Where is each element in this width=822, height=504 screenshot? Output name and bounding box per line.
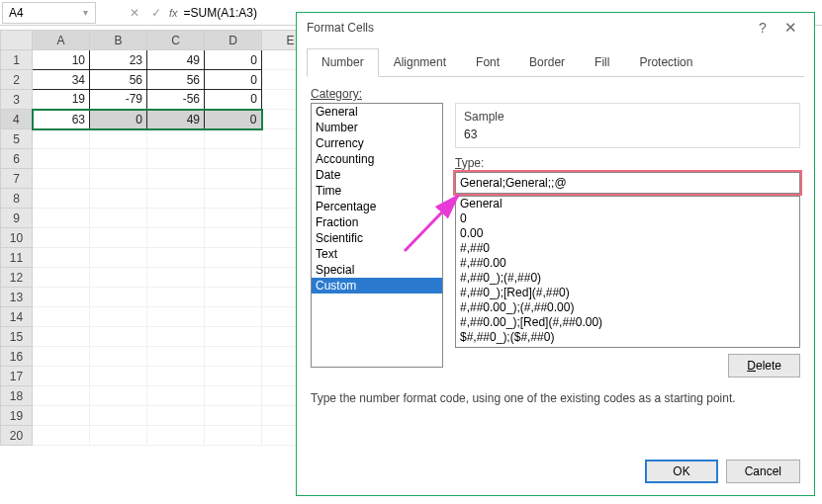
cell[interactable] bbox=[33, 367, 90, 386]
cell[interactable] bbox=[205, 347, 262, 367]
delete-button[interactable]: Delete bbox=[728, 354, 800, 378]
cell[interactable] bbox=[205, 228, 262, 248]
cell[interactable] bbox=[90, 327, 147, 347]
cell[interactable] bbox=[90, 169, 147, 189]
row-header[interactable]: 3 bbox=[1, 90, 33, 110]
cell[interactable] bbox=[147, 149, 205, 169]
format-item[interactable]: #,##0 bbox=[456, 241, 799, 256]
cancel-formula-icon[interactable]: ✕ bbox=[124, 2, 145, 24]
cell[interactable] bbox=[90, 386, 147, 406]
cell[interactable] bbox=[90, 307, 147, 327]
format-item[interactable]: $#,##0_);($#,##0) bbox=[456, 330, 799, 345]
cell[interactable] bbox=[147, 426, 205, 446]
format-code-list[interactable]: General00.00#,##0#,##0.00#,##0_);(#,##0)… bbox=[455, 196, 800, 348]
fx-label[interactable]: fx bbox=[169, 7, 178, 19]
cell[interactable]: 23 bbox=[90, 50, 147, 70]
row-header[interactable]: 1 bbox=[1, 50, 33, 70]
cell[interactable] bbox=[205, 307, 262, 327]
cell[interactable] bbox=[205, 288, 262, 307]
cell[interactable] bbox=[33, 426, 90, 446]
row-header[interactable]: 11 bbox=[1, 248, 33, 268]
select-all-corner[interactable] bbox=[1, 31, 33, 50]
spreadsheet-grid[interactable]: ABCDE1102349023456560319-79-560463049056… bbox=[0, 30, 320, 446]
cell[interactable] bbox=[205, 209, 262, 228]
cell[interactable] bbox=[205, 248, 262, 268]
cell[interactable] bbox=[33, 189, 90, 209]
format-item[interactable]: $#,##0_);[Red]($#,##0) bbox=[456, 345, 799, 348]
cell[interactable] bbox=[90, 406, 147, 426]
cell[interactable]: 63 bbox=[33, 110, 90, 129]
cell[interactable]: 49 bbox=[147, 110, 205, 129]
cell[interactable] bbox=[147, 367, 205, 386]
cell[interactable] bbox=[33, 129, 90, 149]
row-header[interactable]: 5 bbox=[1, 129, 33, 149]
category-item[interactable]: General bbox=[312, 104, 442, 120]
cell[interactable] bbox=[33, 288, 90, 307]
format-item[interactable]: #,##0_);[Red](#,##0) bbox=[456, 286, 799, 300]
cell[interactable] bbox=[147, 406, 205, 426]
cell[interactable]: 56 bbox=[90, 70, 147, 90]
cell[interactable] bbox=[90, 228, 147, 248]
cell[interactable] bbox=[90, 288, 147, 307]
cell[interactable] bbox=[90, 209, 147, 228]
help-icon[interactable]: ? bbox=[749, 20, 776, 36]
row-header[interactable]: 4 bbox=[1, 110, 33, 129]
col-header[interactable]: B bbox=[90, 31, 147, 50]
category-item[interactable]: Time bbox=[312, 183, 442, 199]
cell[interactable] bbox=[147, 307, 205, 327]
cell[interactable]: -56 bbox=[147, 90, 205, 110]
cell[interactable] bbox=[90, 149, 147, 169]
cell[interactable]: 0 bbox=[205, 110, 262, 129]
cell[interactable] bbox=[33, 347, 90, 367]
cell[interactable] bbox=[205, 149, 262, 169]
col-header[interactable]: A bbox=[33, 31, 90, 50]
cell[interactable] bbox=[205, 406, 262, 426]
cell[interactable] bbox=[147, 209, 205, 228]
cell[interactable] bbox=[33, 228, 90, 248]
dialog-titlebar[interactable]: Format Cells ? ✕ bbox=[297, 13, 814, 42]
format-item[interactable]: #,##0.00_);[Red](#,##0.00) bbox=[456, 315, 799, 330]
cell[interactable] bbox=[147, 327, 205, 347]
cell[interactable]: 56 bbox=[147, 70, 205, 90]
cell[interactable] bbox=[205, 327, 262, 347]
cell[interactable] bbox=[147, 129, 205, 149]
category-list[interactable]: GeneralNumberCurrencyAccountingDateTimeP… bbox=[311, 103, 443, 368]
cell[interactable]: 0 bbox=[205, 90, 262, 110]
tab-border[interactable]: Border bbox=[514, 48, 580, 76]
row-header[interactable]: 2 bbox=[1, 70, 33, 90]
row-header[interactable]: 6 bbox=[1, 149, 33, 169]
cell[interactable] bbox=[205, 426, 262, 446]
category-item[interactable]: Text bbox=[312, 246, 442, 262]
cell[interactable]: 49 bbox=[147, 50, 205, 70]
cell[interactable] bbox=[147, 228, 205, 248]
category-item[interactable]: Percentage bbox=[312, 199, 442, 214]
format-item[interactable]: General bbox=[456, 197, 799, 211]
cell[interactable] bbox=[147, 189, 205, 209]
row-header[interactable]: 7 bbox=[1, 169, 33, 189]
col-header[interactable]: C bbox=[147, 31, 205, 50]
row-header[interactable]: 9 bbox=[1, 209, 33, 228]
ok-button[interactable]: OK bbox=[645, 460, 717, 483]
row-header[interactable]: 17 bbox=[1, 367, 33, 386]
tab-protection[interactable]: Protection bbox=[624, 48, 707, 76]
category-item[interactable]: Number bbox=[312, 120, 442, 135]
cell[interactable] bbox=[90, 189, 147, 209]
cancel-button[interactable]: Cancel bbox=[726, 460, 800, 483]
cell[interactable]: 0 bbox=[205, 50, 262, 70]
cell[interactable] bbox=[147, 268, 205, 288]
cell[interactable] bbox=[205, 268, 262, 288]
cell[interactable] bbox=[33, 406, 90, 426]
cell[interactable]: 34 bbox=[33, 70, 90, 90]
tab-alignment[interactable]: Alignment bbox=[379, 48, 461, 76]
cell[interactable]: 0 bbox=[205, 70, 262, 90]
category-item[interactable]: Custom bbox=[312, 278, 442, 294]
category-item[interactable]: Date bbox=[312, 167, 442, 183]
cell[interactable] bbox=[147, 347, 205, 367]
tab-number[interactable]: Number bbox=[307, 48, 379, 77]
row-header[interactable]: 14 bbox=[1, 307, 33, 327]
type-input[interactable] bbox=[455, 172, 800, 194]
close-icon[interactable]: ✕ bbox=[776, 19, 804, 37]
tab-fill[interactable]: Fill bbox=[580, 48, 624, 76]
format-item[interactable]: #,##0_);(#,##0) bbox=[456, 271, 799, 286]
cell[interactable] bbox=[33, 149, 90, 169]
